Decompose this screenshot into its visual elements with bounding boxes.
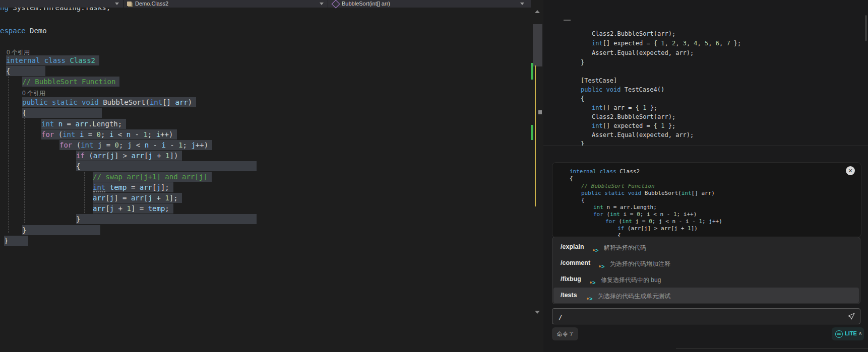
command-label: /tests (561, 292, 577, 299)
class-icon (127, 2, 132, 6)
code-line: // BubbleSort Function (581, 183, 655, 189)
code-line: { (570, 175, 573, 182)
code-line: if (arr[j] > arr[j + 1]) (617, 225, 698, 232)
chevron-down-icon[interactable] (520, 3, 524, 5)
slash-command-list: /explain>解释选择的代码/comment>为选择的代码增加注释/fixb… (552, 237, 860, 304)
close-icon[interactable]: ✕ (846, 166, 855, 175)
panel-header: Ask CodeGeeX beta 代码翻译 (543, 0, 868, 14)
code-line: { (617, 232, 621, 237)
chat-input-box (552, 308, 860, 324)
code-line: int n = arr.Length; (593, 204, 657, 210)
command-label: /explain (561, 243, 584, 250)
code-line: public static void BubbleSort(int[] arr) (581, 190, 715, 196)
command-description: 解释选择的代码 (604, 244, 646, 252)
method-cube-icon (332, 0, 340, 8)
diff-added-mark (531, 125, 533, 140)
ide-window: ng System.Threading.Tasks;espace Demo0 个… (0, 0, 868, 352)
arrow-icon: > (593, 245, 598, 254)
arrow-icon: > (587, 294, 592, 303)
modified-region-mark (535, 65, 536, 206)
command-description: 为选择的代码生成单元测试 (598, 292, 670, 301)
editor-navigation-bar: Demo.Class2 BubbleSort(int[] arr) (0, 0, 543, 8)
selected-code-content: internal class Class2{// BubbleSort Func… (0, 0, 868, 237)
diff-added-mark (531, 63, 533, 80)
scroll-up-icon[interactable] (535, 10, 540, 13)
lite-label: LITE (845, 330, 857, 336)
scroll-annotation-mark (538, 110, 542, 114)
command-item-fixbug[interactable]: /fixbug>修复选择代码中的 bug (553, 271, 859, 287)
chat-input[interactable] (557, 311, 842, 323)
codegeex-logo-icon: «» (835, 330, 843, 338)
arrow-icon: > (599, 261, 604, 270)
chevron-down-icon[interactable] (115, 3, 119, 5)
command-item-tests[interactable]: /tests>为选择的代码生成单元测试 (553, 288, 859, 303)
code-line: { (581, 197, 585, 203)
bottom-divider (676, 348, 868, 348)
command-item-comment[interactable]: /comment>为选择的代码增加注释 (553, 255, 859, 271)
command-label: /comment (561, 259, 590, 266)
command-description: 为选择的代码增加注释 (610, 260, 670, 268)
code-line: internal class Class2 (570, 168, 640, 175)
code-line: for (int i = 0; i < n - 1; i++) (593, 211, 697, 218)
model-lite-button[interactable]: «» LITE ∧ (832, 327, 864, 340)
code-line: for (int j = 0; j < n - i - 1; j++) (605, 218, 722, 225)
chevron-up-icon: ∧ (858, 330, 862, 336)
command-item-explain[interactable]: /explain>解释选择的代码 (553, 239, 859, 255)
code-line: } (4, 236, 28, 246)
command-description: 修复选择代码中的 bug (601, 276, 661, 285)
send-icon[interactable] (847, 312, 855, 320)
scrollbar-thumb[interactable] (533, 24, 542, 66)
arrow-icon: > (590, 277, 595, 287)
divider (123, 0, 124, 8)
type-dropdown[interactable]: Demo.Class2 (135, 1, 168, 7)
chevron-down-icon[interactable] (320, 3, 324, 5)
scroll-down-icon[interactable] (535, 311, 540, 314)
command-shortcut-button[interactable]: 命令 '/' (552, 327, 578, 340)
command-label: /fixbug (561, 275, 581, 283)
member-dropdown[interactable]: BubbleSort(int[] arr) (342, 1, 390, 7)
divider (328, 0, 328, 8)
editor-scrollbar[interactable] (531, 0, 543, 352)
